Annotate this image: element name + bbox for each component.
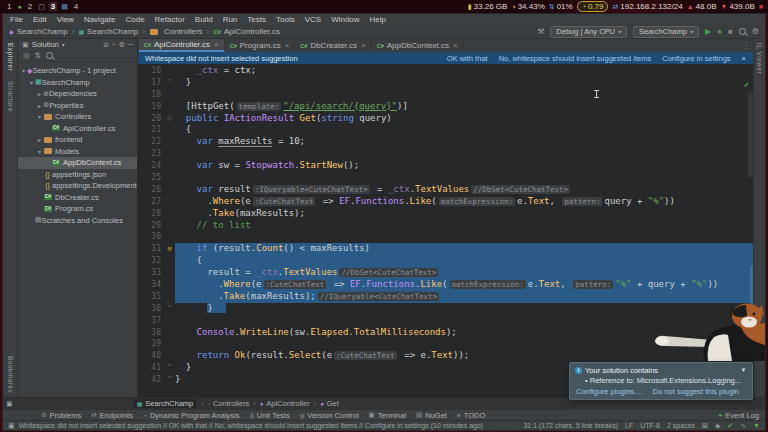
tree-chevron-icon[interactable]: ▸ bbox=[36, 90, 43, 97]
tree-item[interactable]: ▾Controllers bbox=[18, 111, 137, 123]
tool-window-button-problems[interactable]: ⊘Problems bbox=[41, 411, 81, 420]
editor-breadcrumb-get[interactable]: ●Get bbox=[320, 399, 339, 408]
menu-item-window[interactable]: Window bbox=[331, 15, 359, 24]
close-icon[interactable]: × bbox=[361, 41, 366, 50]
tool-window-button-nuget[interactable]: ▤NuGet bbox=[416, 411, 447, 420]
inspections-ok-icon[interactable]: ✔ bbox=[727, 422, 733, 430]
run-button[interactable]: ▶ bbox=[705, 28, 711, 36]
debug-button[interactable]: ● bbox=[717, 28, 722, 36]
menu-item-view[interactable]: View bbox=[57, 15, 74, 24]
tool-window-button-version-control[interactable]: ψVersion Control bbox=[300, 411, 359, 420]
explorer-view-selector[interactable]: Solution bbox=[32, 40, 59, 49]
tree-chevron-icon[interactable]: ▾ bbox=[36, 113, 43, 120]
workspace-2[interactable]: 2 bbox=[26, 2, 34, 11]
menu-item-vcs[interactable]: VCS bbox=[305, 15, 321, 24]
readonly-icon[interactable]: ⊠ bbox=[702, 422, 708, 430]
breadcrumb-item[interactable]: ◆SearchChamp bbox=[9, 27, 68, 36]
tree-item[interactable]: ▾▦SearchChamp bbox=[18, 77, 137, 89]
tool-stripe-il-viewer[interactable]: IL Viewer bbox=[756, 43, 763, 74]
banner-action[interactable]: Configure in settings bbox=[662, 54, 730, 63]
tree-item[interactable]: ▸⊕Dependencies bbox=[18, 88, 137, 100]
menu-item-navigate[interactable]: Navigate bbox=[84, 15, 116, 24]
stop-button[interactable]: ■ bbox=[728, 28, 733, 36]
search-icon[interactable] bbox=[46, 52, 53, 59]
menu-item-file[interactable]: File bbox=[10, 15, 23, 24]
close-icon[interactable]: × bbox=[453, 41, 458, 50]
editor-breadcrumb-controllers[interactable]: ◦Controllers bbox=[208, 399, 249, 408]
breadcrumb-item[interactable]: C#ApiController.cs bbox=[213, 27, 280, 36]
status-caret-position[interactable]: 31:1 (172 chars, 5 line breaks) bbox=[523, 422, 618, 429]
tool-window-button-todo[interactable]: ≡TODO bbox=[457, 411, 485, 420]
tree-item[interactable]: {}appsettings.json bbox=[18, 169, 137, 181]
editor-tab-program[interactable]: C#Program.cs× bbox=[225, 39, 296, 52]
workspace-3[interactable]: 3 bbox=[49, 2, 57, 11]
menu-item-build[interactable]: Build bbox=[195, 15, 213, 24]
locate-icon[interactable]: ⊘ bbox=[103, 41, 109, 49]
window-icon[interactable]: ▣ bbox=[8, 422, 15, 430]
tree-chevron-icon[interactable]: ▸ bbox=[36, 102, 43, 109]
scrollbar-thumb[interactable] bbox=[748, 92, 753, 177]
chevron-down-icon[interactable]: ▼ bbox=[740, 367, 747, 373]
run-config-selector[interactable]: Debug | Any CPU ▾ bbox=[550, 26, 627, 38]
hide-panel-icon[interactable]: ─ bbox=[128, 41, 133, 48]
close-icon[interactable]: × bbox=[214, 40, 219, 49]
tool-stripe-bookmarks[interactable]: Bookmarks bbox=[7, 356, 14, 393]
tree-item[interactable]: ▾Models bbox=[18, 146, 137, 158]
tool-window-button-event-log[interactable]: ●Event Log bbox=[719, 411, 759, 420]
editor-tab-appdbcontext[interactable]: C#AppDbContext.cs× bbox=[372, 39, 464, 52]
popup-action[interactable]: Configure plugins.... bbox=[576, 387, 643, 396]
tree-item[interactable]: ▸⚙Properties bbox=[18, 100, 137, 112]
tree-item[interactable]: ▾◆SearchChamp - 1 project bbox=[18, 65, 137, 77]
tree-chevron-icon[interactable]: ▾ bbox=[20, 67, 27, 74]
tool-window-button-unit-tests[interactable]: ΔUnit Tests bbox=[250, 411, 290, 420]
tool-stripe-explorer[interactable]: Explorer bbox=[7, 43, 14, 71]
status-line-ending[interactable]: LF bbox=[625, 422, 633, 429]
target-icon[interactable]: ◎ bbox=[23, 51, 30, 60]
search-icon[interactable] bbox=[739, 28, 746, 35]
breadcrumb-item[interactable]: Controllers bbox=[149, 27, 203, 36]
tool-stripe-structure[interactable]: Structure bbox=[7, 81, 14, 112]
menu-item-help[interactable]: Help bbox=[370, 15, 386, 24]
tree-item[interactable]: C#AppDbContext.cs bbox=[18, 157, 137, 169]
tree-item[interactable]: ▸frontend bbox=[18, 134, 137, 146]
menu-item-refactor[interactable]: Refactor bbox=[155, 15, 185, 24]
tool-window-button-terminal[interactable]: ▣Terminal bbox=[369, 411, 407, 420]
close-icon[interactable]: × bbox=[742, 54, 746, 63]
theme-icon[interactable]: ◈ bbox=[715, 422, 720, 430]
close-icon[interactable]: × bbox=[285, 41, 290, 50]
editor-breadcrumb-searchchamp[interactable]: ▦SearchChamp bbox=[133, 399, 198, 408]
tree-item[interactable]: C#DbCreater.cs bbox=[18, 192, 137, 204]
inspection-ok-icon[interactable]: ✔ bbox=[744, 79, 749, 91]
tree-item[interactable]: C#Program.cs bbox=[18, 203, 137, 215]
banner-action[interactable]: OK with that bbox=[447, 54, 488, 63]
popup-action[interactable]: Do not suggest this plugin bbox=[653, 387, 739, 396]
menu-item-code[interactable]: Code bbox=[125, 15, 144, 24]
menu-item-tools[interactable]: Tools bbox=[276, 15, 295, 24]
menu-item-edit[interactable]: Edit bbox=[33, 15, 47, 24]
tree-item[interactable]: {}appsettings.Development.json bbox=[18, 180, 137, 192]
window-icon[interactable]: ▣ bbox=[6, 400, 13, 408]
tree-item[interactable]: C#ApiController.cs bbox=[18, 123, 137, 135]
hammer-gutter-icon[interactable]: ⚒ bbox=[164, 243, 175, 255]
breadcrumb-item[interactable]: ▦SearchChamp bbox=[78, 27, 138, 36]
workspace-1[interactable]: 1 bbox=[5, 2, 13, 11]
tree-chevron-icon[interactable]: ▾ bbox=[36, 148, 43, 155]
sort-icon[interactable]: ⇅ bbox=[35, 51, 41, 60]
status-encoding[interactable]: UTF-8 bbox=[640, 422, 660, 429]
collapse-all-icon[interactable]: ÷ bbox=[112, 41, 116, 48]
solution-run-selector[interactable]: SearchChamp ▾ bbox=[633, 26, 699, 38]
banner-action[interactable]: No, whitespace should insert suggested i… bbox=[499, 54, 652, 63]
expand-icon[interactable]: ▼ bbox=[753, 422, 760, 429]
panel-settings-icon[interactable]: ⚙ bbox=[119, 41, 125, 49]
status-indent-style[interactable]: 2 spaces bbox=[667, 422, 695, 429]
menu-item-run[interactable]: Run bbox=[223, 15, 238, 24]
editor-tab-apicontroller[interactable]: C#ApiController.cs× bbox=[139, 39, 225, 52]
tool-window-button-endpoints[interactable]: ⇄Endpoints bbox=[91, 411, 133, 420]
editor-breadcrumb-apicontroller[interactable]: ●ApiController bbox=[260, 399, 310, 408]
workspace-4[interactable]: 4 bbox=[72, 2, 80, 11]
tool-window-button-dynamic-program-analysis[interactable]: ◔Dynamic Program Analysis bbox=[143, 411, 240, 420]
tree-chevron-icon[interactable]: ▸ bbox=[36, 136, 43, 143]
settings-gear-icon[interactable]: ⚙ bbox=[752, 28, 759, 36]
more-options-icon[interactable]: ⋮ bbox=[742, 41, 753, 50]
tree-item[interactable]: ▤Scratches and Consoles bbox=[18, 215, 137, 227]
